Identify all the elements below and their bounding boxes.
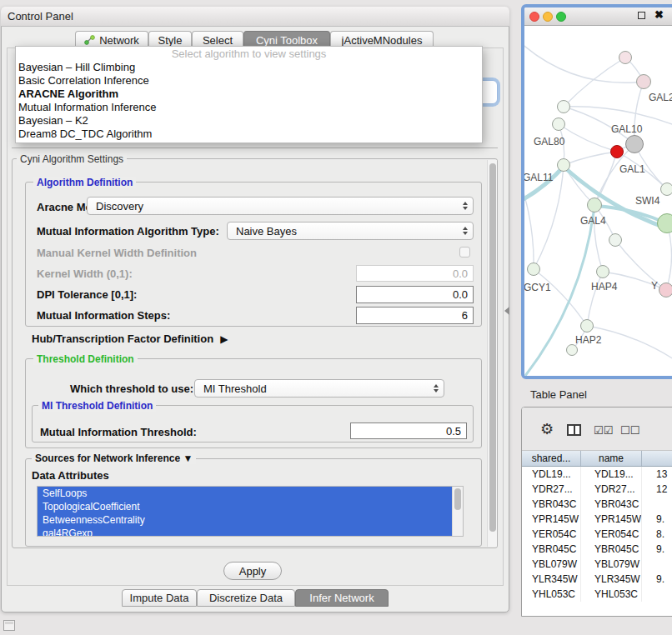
network-node-gal80[interactable]: [552, 118, 565, 131]
control-panel-titlebar[interactable]: [1, 7, 509, 27]
tab-discretize-data[interactable]: Discretize Data: [197, 589, 295, 607]
float-window-icon[interactable]: [638, 12, 645, 19]
node-label: GAL2: [649, 92, 672, 103]
minimize-button[interactable]: [543, 12, 553, 22]
data-attribute-item[interactable]: BetweennessCentrality: [38, 513, 452, 527]
scrollbar-thumb[interactable]: [454, 488, 461, 510]
mi-type-select[interactable]: Naive Bayes: [227, 222, 474, 240]
dropdown-placeholder[interactable]: Select algorithm to view settings: [16, 47, 482, 61]
dropdown-arrows-icon: [434, 384, 439, 392]
mi-threshold-definition-title: MI Threshold Definition: [38, 400, 156, 412]
tab-infer-network[interactable]: Infer Network: [295, 589, 389, 607]
network-node[interactable]: [566, 344, 578, 356]
apply-button[interactable]: Apply: [223, 562, 282, 580]
table-cell: [642, 497, 672, 512]
data-attributes-list[interactable]: SelfLoopsTopologicalCoefficientBetweenne…: [37, 486, 464, 537]
hub-definition-disclosure[interactable]: Hub/Transcription Factor Definition ▶: [32, 332, 228, 345]
network-node-gal1[interactable]: [610, 145, 624, 158]
network-edge: [559, 124, 617, 152]
algorithm-option[interactable]: Basic Correlation Inference: [16, 74, 482, 88]
algorithm-option[interactable]: Bayesian – Hill Climbing: [16, 61, 482, 74]
network-edge: [587, 272, 603, 326]
table-row[interactable]: YBR045CYBR045C9.: [522, 542, 672, 557]
restore-window-icon[interactable]: [3, 620, 15, 631]
table-cell: YLR345W: [522, 572, 581, 587]
column-header-shared-name[interactable]: shared...: [522, 451, 581, 466]
algorithm-definition-title: Algorithm Definition: [33, 177, 136, 188]
network-node-swi4[interactable]: [660, 182, 672, 196]
table-cell: 13: [642, 467, 672, 482]
table-row[interactable]: YPR145WYPR145W9.: [522, 512, 672, 527]
table-row[interactable]: YLR345WYLR345W9.: [522, 572, 672, 587]
mi-threshold-field[interactable]: 0.5: [350, 422, 467, 439]
network-node[interactable]: [657, 213, 672, 233]
expand-arrow-icon[interactable]: ▶: [220, 333, 228, 345]
network-canvas[interactable]: GAL2GAL80GAL10GAL1GAL11SWI4GAL4GCY1HAP4Y…: [524, 26, 672, 376]
network-window-titlebar[interactable]: [524, 8, 672, 26]
network-node-hap4[interactable]: [596, 265, 609, 278]
network-tab-icon: [84, 35, 95, 45]
table-row[interactable]: YER054CYER054C8.: [522, 527, 672, 542]
table-cell: YER054C: [581, 527, 642, 542]
table-cell: YBL079W: [581, 557, 642, 572]
columns-icon[interactable]: [567, 424, 581, 436]
network-node[interactable]: [557, 100, 570, 113]
close-window-icon[interactable]: ✖: [654, 9, 664, 21]
network-edge: [615, 240, 666, 290]
algorithm-option[interactable]: ARACNE Algorithm: [16, 88, 482, 101]
table-row[interactable]: YHL053CYHL053C: [522, 587, 672, 602]
attributes-scrollbar[interactable]: [452, 487, 463, 536]
network-node-y[interactable]: [659, 282, 672, 298]
panel-splitter-arrow-icon[interactable]: [504, 307, 509, 315]
tab-label: Style: [158, 34, 183, 47]
manual-kernel-checkbox[interactable]: [459, 247, 470, 258]
data-attribute-item[interactable]: TopologicalCoefficient: [38, 500, 452, 513]
table-cell: YPR145W: [581, 512, 642, 527]
network-node[interactable]: [609, 233, 622, 247]
close-button[interactable]: [529, 12, 539, 22]
algorithm-option[interactable]: Bayesian – K2: [16, 114, 482, 128]
deselect-all-checkboxes-icon[interactable]: ☐☐: [620, 424, 639, 437]
settings-scrollbar[interactable]: [487, 160, 497, 547]
network-node-gal2[interactable]: [636, 74, 651, 89]
network-node-gal11[interactable]: [557, 158, 570, 172]
table-cell: YDR27...: [522, 482, 581, 497]
data-attribute-item[interactable]: gal4RGexp: [38, 527, 452, 537]
collapse-arrow-icon[interactable]: ▼: [183, 452, 193, 464]
kernel-width-field: 0.0: [356, 265, 474, 282]
dropdown-arrows-icon: [463, 227, 468, 235]
sources-title-row[interactable]: Sources for Network Inference ▼: [32, 452, 196, 464]
table-row[interactable]: YBR043CYBR043C: [522, 497, 672, 512]
select-all-checkboxes-icon[interactable]: ☑☑: [594, 424, 613, 437]
settings-group-title: Cyni Algorithm Settings: [17, 153, 127, 165]
data-attribute-item[interactable]: SelfLoops: [38, 487, 452, 500]
algorithm-option[interactable]: Mutual Information Inference: [16, 101, 482, 114]
network-view-window: GAL2GAL80GAL10GAL1GAL11SWI4GAL4GCY1HAP4Y…: [521, 4, 672, 379]
zoom-button[interactable]: [556, 12, 566, 22]
algorithm-option[interactable]: Dream8 DC_TDC Algorithm: [16, 128, 482, 141]
settings-gear-icon[interactable]: ⚙: [540, 422, 554, 437]
mi-steps-field[interactable]: 6: [356, 307, 474, 324]
network-node-gcy1[interactable]: [527, 262, 540, 276]
aracne-mode-select[interactable]: Discovery: [87, 197, 474, 215]
which-threshold-select[interactable]: MI Threshold: [194, 379, 444, 398]
column-header-name[interactable]: name: [581, 451, 642, 466]
tab-label: Infer Network: [309, 592, 374, 604]
scrollbar-thumb[interactable]: [489, 163, 496, 532]
network-node-gal10[interactable]: [625, 135, 644, 153]
network-node-gal4[interactable]: [587, 198, 602, 212]
sources-title: Sources for Network Inference: [35, 452, 180, 464]
network-edge: [666, 223, 672, 290]
network-node[interactable]: [619, 51, 632, 64]
tab-impute-data[interactable]: Impute Data: [122, 589, 197, 607]
column-header-extra[interactable]: [642, 451, 672, 466]
which-threshold-value: MI Threshold: [203, 382, 267, 395]
data-attributes-list-items: SelfLoopsTopologicalCoefficientBetweenne…: [38, 487, 463, 537]
table-row[interactable]: YDL19...YDL19...13: [522, 467, 672, 482]
table-row[interactable]: YDR27...YDR27...12: [522, 482, 672, 497]
table-cell: [642, 587, 672, 602]
dpi-tolerance-field[interactable]: 0.0: [356, 286, 474, 303]
table-body: YDL19...YDL19...13YDR27...YDR27...12YBR0…: [522, 467, 672, 602]
network-node-hap2[interactable]: [580, 319, 594, 332]
table-row[interactable]: YBL079WYBL079W: [522, 557, 672, 572]
